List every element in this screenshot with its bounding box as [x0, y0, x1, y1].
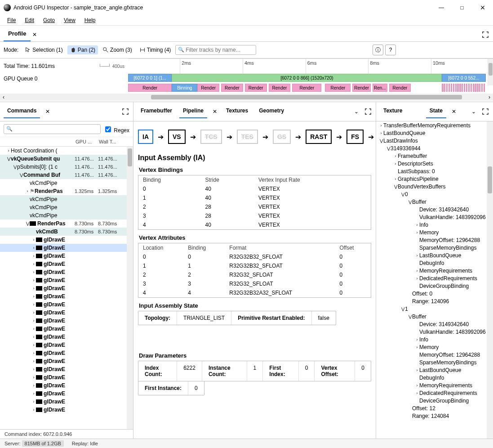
state-node[interactable]: Range: 124096	[376, 297, 493, 305]
command-row[interactable]: ›glDrawE	[0, 284, 133, 292]
command-row[interactable]: vkCmdPipe	[0, 211, 133, 220]
command-row[interactable]: ›Host Coordination (	[0, 147, 133, 155]
state-node[interactable]: ›DedicatedRequirements	[376, 274, 493, 282]
close-icon[interactable]: ✕	[450, 108, 458, 116]
timeline-block[interactable]: Binning	[172, 84, 197, 92]
tab-profile[interactable]: Profile	[4, 27, 31, 41]
command-row[interactable]: ›⚑ RenderPas1.325ms1.325ms	[0, 187, 133, 195]
state-tree[interactable]: ›TransferBufferMemoryRequirements›LastBo…	[376, 121, 493, 439]
command-row[interactable]: ⋁Command Buf11.476...11.476...	[0, 171, 133, 179]
timeline-ruler[interactable]: 2ms 4ms 6ms 8ms 10ms	[128, 58, 493, 74]
state-node[interactable]: SparseMemoryBindings	[376, 358, 493, 366]
timeline-block[interactable]: Render	[245, 84, 267, 92]
expand-icon[interactable]	[121, 108, 129, 116]
state-node[interactable]: ›MemoryRequirements	[376, 267, 493, 274]
command-row[interactable]: ›glDrawE	[0, 317, 133, 325]
state-node[interactable]: ›Info	[376, 221, 493, 228]
state-node[interactable]: ›Info	[376, 336, 493, 343]
state-node[interactable]: Device: 3149342640	[376, 320, 493, 328]
commands-search-input[interactable]	[4, 124, 101, 134]
expand-icon[interactable]	[481, 108, 489, 116]
tab-state[interactable]: State	[426, 105, 446, 118]
state-node[interactable]: ⋁3149336944	[376, 144, 493, 152]
chevron-down-icon[interactable]: ⌄	[352, 108, 360, 116]
chevron-down-icon[interactable]: ⌄	[470, 108, 478, 116]
timeline-block[interactable]: Render	[269, 84, 291, 92]
state-node[interactable]: Device: 3149342640	[376, 206, 493, 213]
command-row[interactable]: vkCmdPipe	[0, 195, 133, 203]
command-row[interactable]: ⋁RenderPas8.730ms8.730ms	[0, 220, 133, 228]
filter-input[interactable]	[175, 45, 256, 55]
selection-tool[interactable]: Selection (1)	[22, 45, 65, 54]
menu-goto[interactable]: Goto	[40, 16, 58, 24]
state-node[interactable]: ›LastBoundQueue	[376, 129, 493, 137]
pan-tool[interactable]: Pan (2)	[67, 45, 98, 54]
stage-gs[interactable]: GS	[273, 130, 291, 144]
state-node[interactable]: Range: 124084	[376, 412, 493, 420]
timing-tool[interactable]: Timing (4)	[137, 45, 174, 54]
state-node[interactable]: LastSubpass: 0	[376, 167, 493, 175]
tab-pipeline[interactable]: Pipeline	[179, 105, 207, 118]
state-node[interactable]: DebugInfo	[376, 259, 493, 267]
state-node[interactable]: ›DescriptorSets	[376, 160, 493, 167]
state-node[interactable]: ⋁LastDrawInfos	[376, 137, 493, 144]
state-node[interactable]: DeviceGroupBinding	[376, 397, 493, 404]
state-node[interactable]: DebugInfo	[376, 374, 493, 381]
command-row[interactable]: ›glDrawE	[0, 309, 133, 317]
command-row[interactable]: ›glDrawE	[0, 333, 133, 341]
timeline-hscroll[interactable]: ‹ ›	[0, 94, 493, 101]
stage-rast[interactable]: RAST	[306, 130, 332, 144]
timeline-block[interactable]: Render	[292, 84, 321, 92]
state-node[interactable]: ›LastBoundQueue	[376, 366, 493, 374]
close-profile-icon[interactable]: ✕	[31, 31, 39, 39]
stage-tes[interactable]: TES	[237, 130, 258, 144]
state-node[interactable]: ›Memory	[376, 343, 493, 351]
info-button[interactable]: ⓘ	[373, 45, 383, 55]
timeline-block[interactable]: Render	[128, 84, 172, 92]
regex-checkbox[interactable]: Regex	[103, 125, 129, 134]
command-row[interactable]: ›glDrawE	[0, 357, 133, 365]
state-node[interactable]: ›Framebuffer	[376, 152, 493, 160]
state-node[interactable]: VulkanHandle: 1483992096	[376, 328, 493, 336]
menu-edit[interactable]: Edit	[21, 16, 38, 24]
command-row[interactable]: ›glDrawE	[0, 260, 133, 268]
gpu-queue-track2[interactable]: RenderBinningRenderRenderRenderRenderRen…	[128, 84, 493, 94]
timeline-block[interactable]: Render	[197, 84, 219, 92]
state-node[interactable]: ›MemoryRequirements	[376, 381, 493, 389]
command-row[interactable]: ›glDrawE	[0, 252, 133, 260]
col-wall[interactable]: Wall T...	[96, 139, 119, 144]
command-row[interactable]: ›glDrawE	[0, 373, 133, 381]
command-row[interactable]: ›glDrawE	[0, 325, 133, 333]
state-node[interactable]: MemoryOffset: 12964288	[376, 236, 493, 244]
vertex-attributes-table[interactable]: LocationBindingFormatOffset00R32G32B32_S…	[138, 243, 371, 297]
menu-help[interactable]: Help	[81, 16, 99, 24]
col-gpu[interactable]: GPU ...	[73, 139, 96, 144]
expand-icon[interactable]	[364, 108, 372, 116]
state-node[interactable]: ›LastBoundQueue	[376, 251, 493, 259]
state-node[interactable]: ⋁1	[376, 305, 493, 313]
minimize-button[interactable]: —	[431, 0, 452, 15]
tab-framebuffer[interactable]: Framebuffer	[137, 105, 176, 118]
tab-texture[interactable]: Texture	[380, 105, 406, 118]
help-button[interactable]: ?	[385, 45, 396, 55]
state-node[interactable]: DeviceGroupBinding	[376, 282, 493, 290]
vertex-bindings-table[interactable]: BindingStrideVertex Input Rate040VERTEX1…	[138, 175, 371, 229]
zoom-tool[interactable]: Zoom (3)	[100, 45, 135, 54]
command-row[interactable]: ›glDrawE	[0, 236, 133, 244]
timeline-block[interactable]: Render	[389, 84, 411, 92]
command-row[interactable]: ›glDrawE	[0, 365, 133, 373]
timeline-block[interactable]: Render	[221, 84, 243, 92]
gpu-queue-label[interactable]: GPU Queue 0	[0, 74, 128, 84]
command-row[interactable]: ⋁pSubmits[0]: (1 c11.476...11.476...	[0, 163, 133, 171]
timeline-block[interactable]: Render	[352, 84, 371, 92]
command-row[interactable]: ›glDrawE	[0, 341, 133, 349]
command-row[interactable]: vkCmdPipe	[0, 203, 133, 211]
scrollbar[interactable]	[127, 147, 133, 429]
command-row[interactable]: ›glDrawE	[0, 390, 133, 398]
expand-icon[interactable]	[481, 31, 489, 39]
command-row[interactable]: ›glDrawE	[0, 268, 133, 276]
command-row[interactable]: ›glDrawE	[0, 292, 133, 300]
state-node[interactable]: ›DedicatedRequirements	[376, 389, 493, 397]
tab-geometry[interactable]: Geometry	[255, 105, 288, 118]
close-icon[interactable]: ✕	[44, 108, 52, 116]
